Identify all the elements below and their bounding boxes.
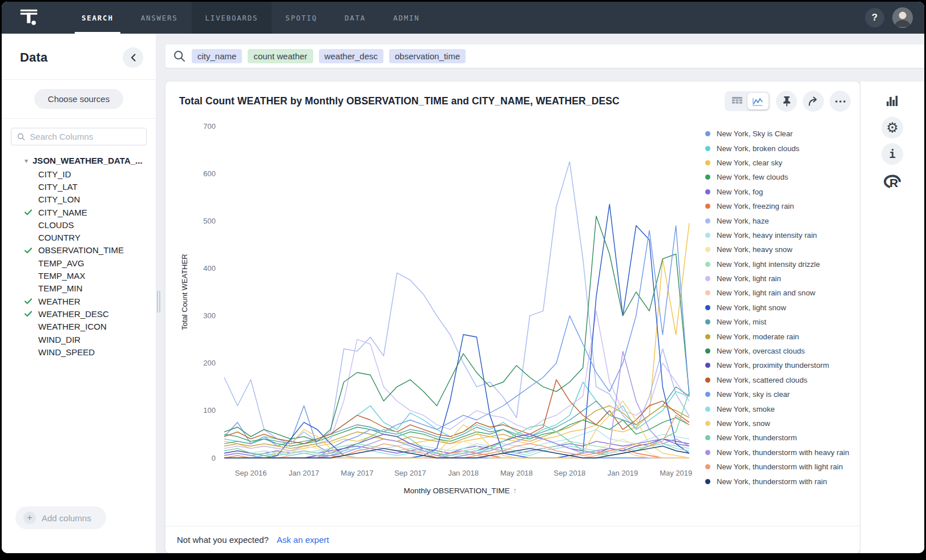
legend-item[interactable]: New York, thunderstorm with rain	[705, 474, 858, 488]
legend-item[interactable]: New York, mist	[705, 315, 858, 329]
legend-item[interactable]: New York, thunderstorm with light rain	[705, 460, 858, 474]
change-visualization-button[interactable]	[881, 90, 904, 112]
chart-view-button[interactable]	[747, 93, 769, 109]
column-item[interactable]: CLOUDS	[2, 218, 156, 231]
r-analysis-button[interactable]: R	[881, 169, 904, 192]
column-item[interactable]: WEATHER_DESC	[2, 307, 156, 320]
legend-item[interactable]: New York, fog	[705, 185, 858, 199]
legend-item[interactable]: New York, scattered clouds	[705, 373, 858, 387]
legend-item[interactable]: New York, overcast clouds	[705, 344, 858, 358]
more-options-button[interactable]	[830, 91, 851, 112]
chart-series	[224, 392, 689, 458]
pin-button[interactable]	[776, 91, 797, 112]
svg-text:Sep 2016: Sep 2016	[235, 469, 267, 477]
legend-item[interactable]: New York, freezing rain	[705, 199, 858, 213]
help-button[interactable]: ?	[865, 8, 884, 27]
legend-label: New York, haze	[717, 217, 769, 225]
nav-tab-data[interactable]: DATA	[331, 2, 379, 34]
column-name: TEMP_MAX	[38, 271, 86, 281]
bar-chart-icon	[886, 95, 899, 107]
legend-item[interactable]: New York, few clouds	[705, 170, 858, 184]
settings-button[interactable]: ⚙	[881, 117, 903, 139]
nav-tab-liveboards[interactable]: LIVEBOARDS	[192, 2, 272, 34]
legend-item[interactable]: New York, thunderstorm	[705, 431, 858, 445]
legend-item[interactable]: New York, thunderstorm with heavy rain	[705, 445, 858, 460]
column-item[interactable]: WEATHER_ICON	[2, 320, 156, 333]
legend-item[interactable]: New York, light snow	[705, 301, 858, 315]
search-token[interactable]: city_name	[192, 49, 242, 63]
legend-item[interactable]: New York, light rain and snow	[705, 286, 858, 300]
chart-series	[224, 382, 689, 444]
svg-text:↑: ↑	[513, 486, 517, 495]
chart-series	[224, 387, 689, 444]
column-name: TEMP_MIN	[38, 283, 83, 293]
chart-toolbar	[725, 91, 851, 112]
legend-dot	[705, 218, 710, 224]
thoughtspot-logo[interactable]	[18, 6, 41, 29]
user-avatar[interactable]	[892, 7, 913, 28]
legend-dot	[705, 233, 710, 238]
nav-tab-answers[interactable]: ANSWERS	[127, 2, 192, 34]
choose-sources-button[interactable]: Choose sources	[34, 89, 123, 109]
legend-item[interactable]: New York, broken clouds	[705, 141, 858, 155]
column-item[interactable]: TEMP_MAX	[2, 269, 156, 282]
column-item[interactable]: OBSERVATION_TIME	[2, 244, 156, 257]
chart-series	[224, 216, 689, 441]
column-item[interactable]: WIND_SPEED	[2, 346, 156, 358]
legend-item[interactable]: New York, moderate rain	[705, 329, 858, 343]
legend-dot	[705, 189, 710, 194]
column-item[interactable]: TEMP_MIN	[2, 282, 156, 295]
legend-dot	[705, 131, 710, 136]
legend-item[interactable]: New York, light rain	[705, 271, 858, 286]
chart-series	[224, 226, 689, 458]
legend-item[interactable]: New York, snow	[705, 416, 858, 431]
legend-item[interactable]: New York, sky is clear	[705, 387, 858, 401]
info-button[interactable]: i	[881, 143, 903, 165]
data-panel-title: Data	[20, 50, 48, 65]
line-chart[interactable]: 0100200300400500600700Total Count WEATHE…	[165, 82, 702, 506]
chart-series	[224, 441, 689, 456]
nav-tab-search[interactable]: SEARCH	[68, 2, 127, 34]
legend-item[interactable]: New York, Sky is Clear	[705, 127, 858, 141]
table-icon	[732, 97, 742, 105]
legend-item[interactable]: New York, heavy intensity rain	[705, 228, 858, 242]
legend-dot	[705, 407, 710, 412]
search-token[interactable]: count weather	[248, 49, 313, 63]
share-button[interactable]	[803, 91, 824, 112]
legend-label: New York, smoke	[717, 405, 775, 413]
legend-item[interactable]: New York, light intensity drizzle	[705, 257, 858, 271]
legend-item[interactable]: New York, haze	[705, 213, 858, 228]
search-token[interactable]: observation_time	[389, 49, 466, 63]
column-item[interactable]: CITY_LON	[2, 193, 156, 206]
column-item[interactable]: CITY_ID	[2, 168, 156, 180]
legend-item[interactable]: New York, heavy snow	[705, 242, 858, 257]
nav-tab-spotiq[interactable]: SPOTIQ	[272, 2, 331, 34]
column-item[interactable]: WEATHER	[2, 295, 156, 307]
legend-dot	[705, 464, 710, 469]
legend-item[interactable]: New York, smoke	[705, 401, 858, 416]
chart-series	[224, 380, 689, 444]
legend-label: New York, light rain and snow	[717, 289, 815, 297]
table-view-button[interactable]	[726, 93, 747, 109]
legend-label: New York, Sky is Clear	[717, 129, 792, 138]
column-item[interactable]: TEMP_AVG	[2, 257, 156, 269]
collapse-panel-button[interactable]	[123, 47, 143, 68]
svg-text:May 2018: May 2018	[500, 469, 533, 477]
column-item[interactable]: WIND_DIR	[2, 333, 156, 346]
nav-tab-admin[interactable]: ADMIN	[379, 2, 433, 34]
legend-item[interactable]: New York, clear sky	[705, 156, 858, 170]
answer-card: Total Count WEATHER by Monthly OBSERVATI…	[165, 82, 860, 553]
search-token[interactable]: weather_desc	[319, 49, 383, 63]
legend-item[interactable]: New York, proximity thunderstorm	[705, 358, 858, 372]
chart-series	[224, 406, 689, 449]
column-search-input[interactable]	[30, 132, 140, 141]
column-item[interactable]: COUNTRY	[2, 231, 156, 244]
panel-resize-handle[interactable]	[156, 289, 161, 314]
column-item[interactable]: CITY_LAT	[2, 180, 156, 193]
column-item[interactable]: CITY_NAME	[2, 206, 156, 218]
add-columns-button[interactable]: + Add columns	[15, 506, 106, 529]
table-node[interactable]: ▾ JSON_WEATHER_DATA_...	[2, 155, 156, 168]
search-bar[interactable]: city_namecount weatherweather_descobserv…	[165, 44, 924, 68]
ask-expert-link[interactable]: Ask an expert	[277, 535, 329, 545]
r-logo-icon: R	[883, 172, 902, 189]
